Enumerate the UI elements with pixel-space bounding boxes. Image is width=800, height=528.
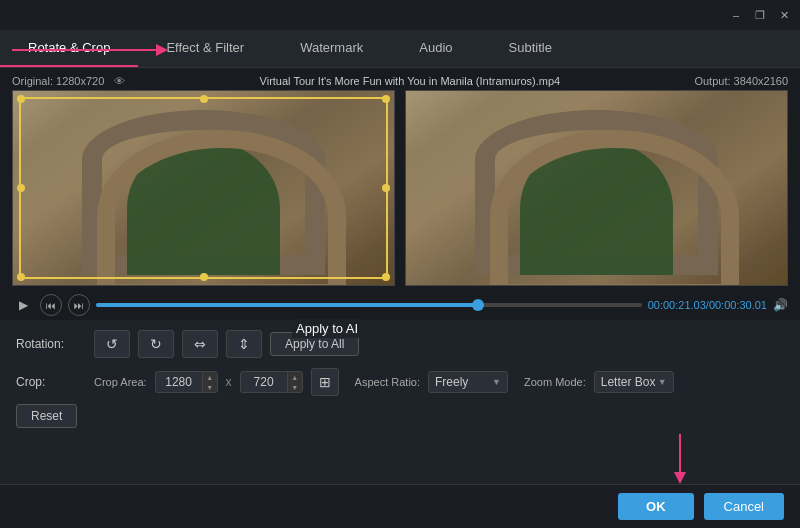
crop-height-arrows: ▲ ▼: [287, 372, 302, 392]
aspect-ratio-arrow-icon: ▼: [492, 377, 501, 387]
crop-height-up[interactable]: ▲: [288, 372, 302, 382]
tab-subtitle[interactable]: Subtitle: [481, 30, 580, 67]
aspect-ratio-value: Freely: [435, 375, 468, 389]
crop-height-input-wrap: ▲ ▼: [240, 371, 303, 393]
minimize-button[interactable]: –: [728, 7, 744, 23]
flip-vertical-button[interactable]: ⇕: [226, 330, 262, 358]
timeline-row: ▶ ⏮ ⏭ 00:00:21.03/00:00:30.01 🔊: [0, 290, 800, 320]
reset-button[interactable]: Reset: [16, 404, 77, 428]
rotation-label: Rotation:: [16, 337, 86, 351]
seek-thumb[interactable]: [472, 299, 484, 311]
controls-section: Rotation: ↺ ↻ ⇔ ⇕ Apply to All Crop: Cro…: [0, 320, 800, 438]
zoom-mode-select[interactable]: Letter Box ▼: [594, 371, 674, 393]
eye-icon[interactable]: 👁: [114, 75, 125, 87]
output-res-label: Output: 3840x2160: [694, 75, 788, 87]
crop-width-arrows: ▲ ▼: [202, 372, 217, 392]
zoom-mode-label: Zoom Mode:: [524, 376, 586, 388]
original-video-frame: [13, 91, 394, 285]
rotate-ccw-button[interactable]: ↺: [94, 330, 130, 358]
output-video-frame: [406, 91, 787, 285]
crop-width-up[interactable]: ▲: [203, 372, 217, 382]
prev-frame-button[interactable]: ⏮: [40, 294, 62, 316]
crop-height-input[interactable]: [241, 372, 287, 392]
crop-area-label: Crop Area:: [94, 376, 147, 388]
down-arrow-annotation: [670, 434, 690, 484]
zoom-mode-value: Letter Box: [601, 375, 656, 389]
output-video-panel: [405, 90, 788, 286]
volume-icon[interactable]: 🔊: [773, 298, 788, 312]
crop-label: Crop:: [16, 375, 86, 389]
cancel-button[interactable]: Cancel: [704, 493, 784, 520]
zoom-mode-arrow-icon: ▼: [658, 377, 667, 387]
apply-to-all-button[interactable]: Apply to All: [270, 332, 359, 356]
tab-effect-filter[interactable]: Effect & Filter: [138, 30, 272, 67]
preview-area: Original: 1280x720 👁 Virtual Tour It's M…: [0, 68, 800, 290]
flip-horizontal-button[interactable]: ⇔: [182, 330, 218, 358]
next-frame-button[interactable]: ⏭: [68, 294, 90, 316]
rotation-row: Rotation: ↺ ↻ ⇔ ⇕ Apply to All: [16, 330, 784, 358]
rotate-cw-button[interactable]: ↻: [138, 330, 174, 358]
aspect-ratio-select[interactable]: Freely ▼: [428, 371, 508, 393]
original-video-panel: [12, 90, 395, 286]
restore-button[interactable]: ❐: [752, 7, 768, 23]
time-display: 00:00:21.03/00:00:30.01: [648, 299, 767, 311]
seek-fill: [96, 303, 478, 307]
preview-info: Original: 1280x720 👁 Virtual Tour It's M…: [12, 72, 788, 90]
seek-bar[interactable]: [96, 303, 642, 307]
svg-marker-3: [674, 472, 686, 484]
close-button[interactable]: ✕: [776, 7, 792, 23]
ok-button[interactable]: OK: [618, 493, 694, 520]
play-button[interactable]: ▶: [12, 294, 34, 316]
tab-rotate-crop[interactable]: Rotate & Crop: [0, 30, 138, 67]
video-panels: [12, 90, 788, 286]
x-separator: x: [226, 375, 232, 389]
crop-height-down[interactable]: ▼: [288, 382, 302, 392]
tab-watermark[interactable]: Watermark: [272, 30, 391, 67]
fit-to-screen-button[interactable]: ⊞: [311, 368, 339, 396]
original-res-label: Original: 1280x720: [12, 75, 104, 87]
crop-width-input-wrap: ▲ ▼: [155, 371, 218, 393]
crop-row: Crop: Crop Area: ▲ ▼ x ▲ ▼ ⊞ Aspect Rati…: [16, 368, 784, 396]
aspect-ratio-label: Aspect Ratio:: [355, 376, 420, 388]
bottom-action-bar: OK Cancel: [0, 484, 800, 528]
tabs-row: Rotate & Crop Effect & Filter Watermark …: [0, 30, 800, 68]
crop-width-down[interactable]: ▼: [203, 382, 217, 392]
filename-label: Virtual Tour It's More Fun with You in M…: [260, 75, 561, 87]
title-bar: – ❐ ✕: [0, 0, 800, 30]
tab-audio[interactable]: Audio: [391, 30, 480, 67]
crop-width-input[interactable]: [156, 372, 202, 392]
